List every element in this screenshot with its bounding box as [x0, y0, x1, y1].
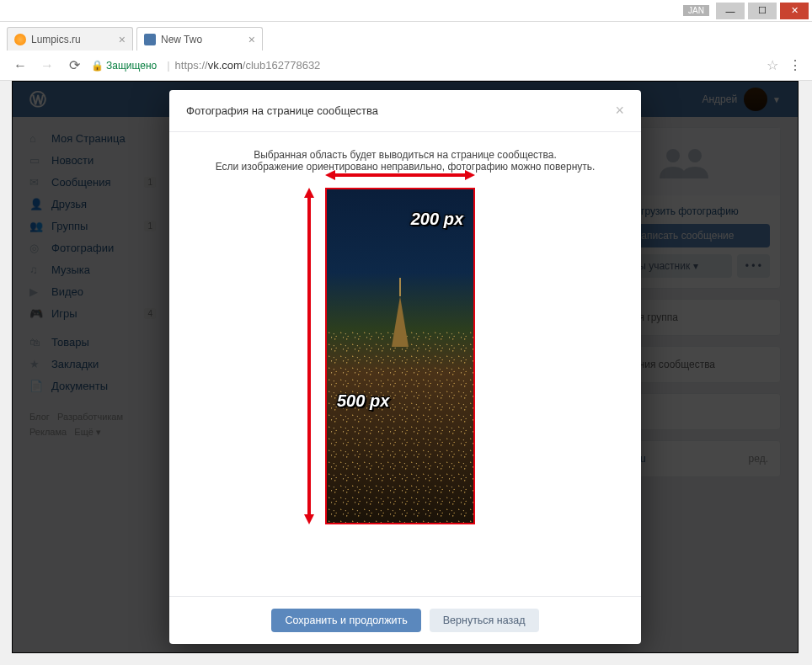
tab-strip: Lumpics.ru × New Two × [0, 22, 812, 51]
save-continue-button[interactable]: Сохранить и продолжить [271, 609, 420, 632]
crop-area[interactable]: 200 px 500 px [325, 188, 485, 524]
tab-title: New Two [161, 34, 202, 45]
width-dimension-label: 200 px [411, 210, 463, 229]
height-arrow-icon [303, 188, 315, 524]
svg-marker-6 [304, 188, 314, 198]
tab-title: Lumpics.ru [31, 34, 81, 45]
forward-button[interactable]: → [37, 56, 57, 76]
modal-text-line1: Выбранная область будет выводиться на ст… [254, 149, 557, 161]
modal-overlay[interactable]: Фотография на странице сообщества × Выбр… [13, 82, 798, 652]
url-text: https://vk.com/club162778632 [175, 59, 321, 72]
height-dimension-label: 500 px [337, 391, 389, 411]
title-bar-name: JAN [683, 5, 709, 16]
width-arrow-icon [325, 169, 475, 181]
os-title-bar: JAN — ☐ ✕ [0, 0, 812, 22]
browser-menu-icon[interactable]: ⋮ [788, 57, 802, 73]
tab-close-icon[interactable]: × [119, 33, 126, 46]
modal-title: Фотография на странице сообщества [186, 104, 378, 117]
browser-tab[interactable]: Lumpics.ru × [7, 27, 133, 51]
url-field[interactable]: 🔒 Защищено | https://vk.com/club16277863… [91, 59, 760, 72]
browser-tab[interactable]: New Two × [136, 27, 263, 51]
svg-marker-3 [325, 170, 335, 180]
favicon-icon [144, 34, 156, 45]
favicon-icon [14, 34, 26, 45]
address-bar: ← → ⟳ 🔒 Защищено | https://vk.com/club16… [0, 51, 812, 81]
svg-marker-7 [304, 514, 314, 524]
lock-icon: 🔒 Защищено [91, 60, 157, 72]
modal-close-icon[interactable]: × [615, 102, 624, 120]
photo-crop-modal: Фотография на странице сообщества × Выбр… [169, 90, 641, 644]
modal-header: Фотография на странице сообщества × [169, 90, 641, 132]
back-button[interactable]: ← [10, 56, 30, 76]
modal-footer: Сохранить и продолжить Вернуться назад [169, 596, 641, 644]
minimize-button[interactable]: — [716, 3, 745, 19]
reload-button[interactable]: ⟳ [64, 56, 84, 76]
svg-marker-4 [465, 170, 475, 180]
page-viewport: Ⓦ Андрей ▼ ⌂Моя Страница▭Новости✉Сообщен… [12, 81, 799, 653]
bookmark-star-icon[interactable]: ☆ [767, 57, 778, 73]
go-back-button[interactable]: Вернуться назад [430, 609, 539, 632]
modal-body: Выбранная область будет выводиться на ст… [169, 132, 641, 596]
maximize-button[interactable]: ☐ [748, 3, 777, 19]
crop-image[interactable]: 200 px 500 px [325, 188, 475, 524]
window-close-button[interactable]: ✕ [780, 3, 809, 19]
tab-close-icon[interactable]: × [248, 33, 255, 46]
